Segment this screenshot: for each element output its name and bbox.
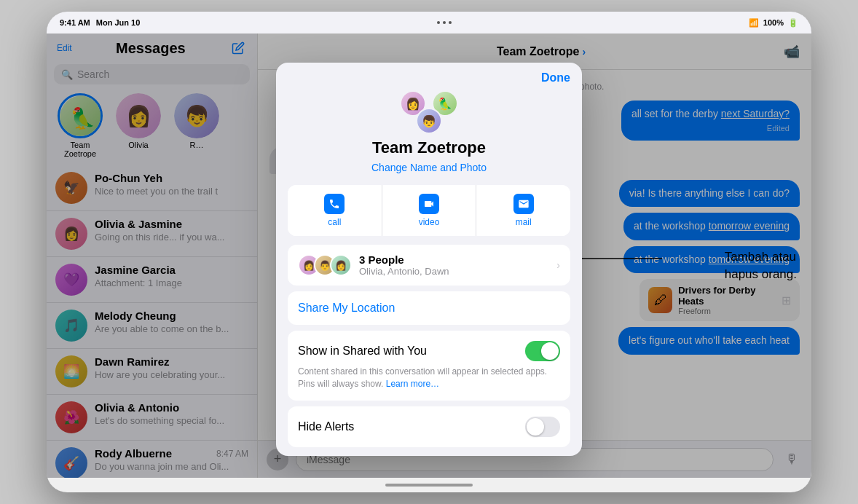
status-bar-left: 9:41 AM Mon Jun 10: [60, 18, 140, 27]
battery-label: 100%: [763, 18, 784, 27]
dot2: [443, 21, 446, 24]
toggle-knob-on: [541, 342, 559, 360]
share-location-link[interactable]: Share My Location: [298, 302, 395, 314]
video-label: video: [419, 217, 440, 227]
sheet-overlay: Done 👩 🦜 👦 Team Zoetrope Change Name and…: [47, 34, 811, 478]
dot1: [437, 21, 440, 24]
toggle-knob-off: [527, 418, 544, 436]
call-icon: [324, 194, 345, 214]
video-button[interactable]: video: [382, 185, 477, 236]
mail-label: mail: [516, 217, 532, 227]
hide-alerts-row: Hide Alerts: [288, 406, 570, 447]
sheet-header: Done: [276, 63, 582, 84]
hide-alerts-label: Hide Alerts: [298, 420, 354, 433]
people-names: Olivia, Antonio, Dawn: [359, 266, 549, 277]
people-info: 3 People Olivia, Antonio, Dawn: [359, 253, 549, 277]
mail-button[interactable]: mail: [476, 185, 570, 236]
learn-more-link[interactable]: Learn more…: [386, 379, 439, 389]
call-button[interactable]: call: [288, 185, 382, 236]
ipad-frame: 9:41 AM Mon Jun 10 📶 100% 🔋 Edit Message…: [47, 12, 811, 492]
video-icon: [419, 194, 439, 214]
share-location-row[interactable]: Share My Location: [288, 291, 570, 325]
people-row[interactable]: 👩 👨 👩 3 People Olivia, Antonio, Dawn ›: [288, 245, 570, 286]
show-shared-inner: Show in Shared with You: [298, 341, 560, 361]
sheet-group-name: Team Zoetrope: [372, 138, 486, 157]
show-shared-row: Show in Shared with You Content shared i…: [288, 331, 570, 401]
home-bar: [385, 484, 473, 487]
show-shared-label: Show in Shared with You: [298, 344, 427, 358]
show-shared-toggle[interactable]: [525, 341, 560, 361]
status-bar-center: [437, 21, 452, 24]
status-bar-right: 📶 100% 🔋: [749, 18, 798, 28]
wifi-icon: 📶: [749, 18, 759, 28]
people-chevron-icon: ›: [556, 259, 560, 271]
status-bar: 9:41 AM Mon Jun 10 📶 100% 🔋: [47, 12, 811, 34]
status-date: Mon Jun 10: [96, 18, 141, 27]
done-button[interactable]: Done: [541, 71, 570, 84]
app-area: Edit Messages 🔍 Search: [47, 34, 811, 478]
gac-avatar-3: 👦: [416, 108, 442, 134]
people-count: 3 People: [359, 253, 549, 266]
change-name-photo-link[interactable]: Change Name and Photo: [371, 162, 487, 173]
call-label: call: [328, 217, 341, 227]
toggle-desc: Content shared in this conversation will…: [298, 366, 560, 390]
action-buttons-row: call video: [288, 185, 570, 236]
dot3: [449, 21, 452, 24]
home-indicator: [47, 478, 811, 492]
people-avatars: 👩 👨 👩: [298, 254, 352, 276]
sheet-group-info: 👩 🦜 👦 Team Zoetrope Change Name and Phot…: [276, 84, 582, 185]
people-av-3: 👩: [330, 254, 352, 276]
status-time: 9:41 AM: [60, 18, 90, 27]
mail-icon: [513, 194, 534, 214]
group-avatar-cluster: 👩 🦜 👦: [400, 90, 458, 134]
group-info-sheet: Done 👩 🦜 👦 Team Zoetrope Change Name and…: [276, 63, 582, 456]
hide-alerts-toggle[interactable]: [525, 417, 560, 437]
battery-icon: 🔋: [788, 18, 798, 28]
